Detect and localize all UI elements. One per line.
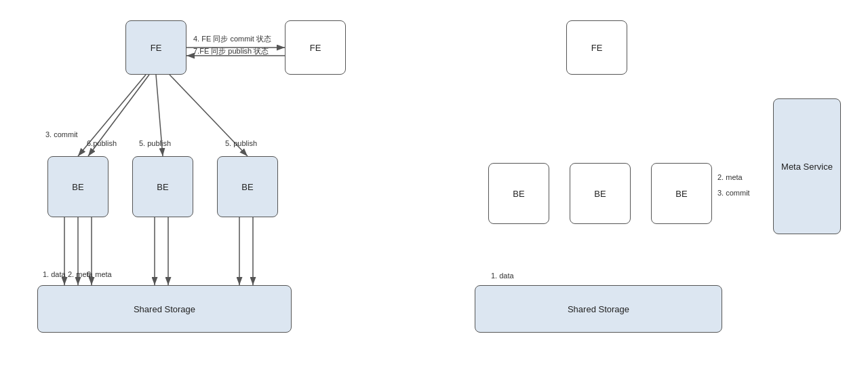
left-fe-box1: FE (125, 20, 186, 75)
left-be-box1: BE (47, 156, 108, 217)
right-label-3commit: 3. commit (717, 189, 750, 197)
right-label-1data: 1. data (491, 272, 514, 280)
left-be-box3: BE (217, 156, 278, 217)
left-label-5publish2: 5. publish (225, 139, 257, 147)
left-diagram: FE FE 4. FE 同步 commit 状态 7.FE 同步 publish… (0, 0, 434, 370)
left-label-5publish1: 5. publish (139, 139, 171, 147)
right-be-box3: BE (651, 163, 712, 224)
diagram-container: FE FE 4. FE 同步 commit 状态 7.FE 同步 publish… (0, 0, 868, 370)
left-be-box2: BE (132, 156, 193, 217)
right-fe-box: FE (566, 20, 627, 75)
left-fe-sync-commit-label: 4. FE 同步 commit 状态 (193, 34, 271, 44)
left-label-6publish: 6.publish (87, 139, 117, 147)
right-be-box2: BE (570, 163, 631, 224)
right-diagram: FE BE BE BE Meta Service 1. data 2. meta… (434, 0, 868, 370)
left-fe-box2: FE (285, 20, 346, 75)
left-label-6meta: 6. meta (87, 270, 112, 278)
right-storage-box: Shared Storage (475, 285, 722, 333)
left-label-commit: 3. commit (45, 130, 78, 138)
left-fe-sync-publish-label: 7.FE 同步 publish 状态 (193, 46, 269, 56)
right-label-2meta: 2. meta (717, 173, 743, 181)
right-meta-service-box: Meta Service (773, 98, 841, 234)
left-storage-box: Shared Storage (37, 285, 292, 333)
left-label-1data: 1. data (43, 270, 66, 278)
right-be-box1: BE (488, 163, 549, 224)
